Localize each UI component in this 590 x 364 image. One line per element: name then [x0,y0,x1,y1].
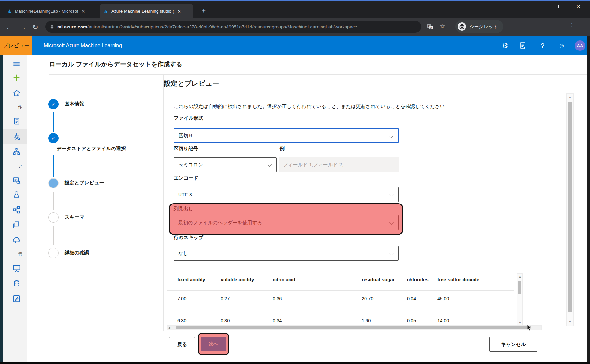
help-icon[interactable]: ? [541,36,544,55]
step-settings-label[interactable]: 設定とプレビュー [65,180,104,186]
check-icon: ✓ [51,101,56,108]
designer-icon[interactable] [11,147,22,156]
window-close-button[interactable]: ✕ [575,4,581,10]
nav-edge-strip [0,55,3,362]
sidebar: 作 ア 管 [3,55,27,362]
scroll-down-icon[interactable]: ▼ [568,320,572,323]
back-button[interactable]: 戻る [169,337,195,351]
back-icon[interactable]: ← [6,23,13,31]
file-format-dropdown[interactable]: 区切り [174,128,399,143]
section-heading: 設定とプレビュー [164,79,219,88]
step-confirm-indicator[interactable] [48,248,59,258]
app-header: プレビュー Microsoft Azure Machine Learning ⚙… [0,36,590,55]
tab-title: MaschineLearningLab - Microsof [15,9,78,14]
app-title: Microsoft Azure Machine Learning [44,36,122,55]
window-right-edge [587,36,590,364]
incognito-icon [457,22,466,31]
automated-ml-icon[interactable] [11,132,22,141]
preview-badge: プレビュー [0,36,32,55]
notifications-icon[interactable] [519,42,527,50]
table-cell: 0.34 [273,318,282,323]
step-basic-info-label[interactable]: 基本情報 [65,101,84,107]
scroll-left-icon[interactable]: ◀ [168,326,170,330]
scroll-up-icon[interactable]: ▲ [568,96,572,99]
step-confirm-label[interactable]: 詳細の確認 [65,250,89,256]
tab-close-icon[interactable]: ✕ [177,9,181,14]
models-icon[interactable] [11,220,22,230]
address-bar[interactable]: ml.azure.com/automl/startrun?wsid=/subsc… [45,21,421,33]
settings-gear-icon[interactable]: ⚙ [502,36,508,55]
table-cell: 0.36 [273,296,282,301]
scrollbar-thumb[interactable] [176,326,531,329]
browser-tab-active[interactable]: Azure Machine Learning studio ( ✕ [100,4,193,18]
step-datastore-indicator[interactable]: ✓ [48,133,59,143]
new-tab-button[interactable]: ＋ [201,7,207,14]
step-connector [53,112,54,132]
delimiter-label: 区切り記号 [174,146,198,152]
sidebar-section-manage: 管 [18,251,22,257]
column-headers-label: 列見出し [174,206,193,212]
table-header-divider [167,290,514,291]
step-settings-indicator[interactable] [48,178,59,188]
sidebar-divider [4,107,17,107]
experiments-icon[interactable] [11,190,22,200]
step-schema-indicator[interactable] [48,212,59,223]
data-labeling-icon[interactable] [11,294,22,303]
footer-divider [163,331,574,331]
wizard-divider [163,75,164,331]
column-header: citric acid [273,277,295,282]
column-headers-dropdown[interactable]: 最初のファイルのヘッダーを使用する [174,215,399,230]
window-minimize-button[interactable] [533,4,539,10]
table-cell: 0.27 [221,296,230,301]
scroll-down-icon[interactable]: ▼ [519,321,522,324]
table-cell: 6.30 [177,318,186,323]
tab-title: Azure Machine Learning studio ( [111,9,174,14]
scrollbar-thumb[interactable] [568,102,572,312]
browser-menu-icon[interactable]: ⋮ [569,22,575,29]
delimiter-dropdown[interactable]: セミコロン [174,157,277,172]
datasets-icon[interactable] [11,175,22,185]
browser-tab-inactive[interactable]: MaschineLearningLab - Microsof ✕ [3,4,98,18]
cancel-button[interactable]: キャンセル [489,337,537,352]
table-cell: 20.70 [362,296,373,301]
sidebar-section-author: 作 [18,104,22,110]
pipelines-icon[interactable] [11,205,22,215]
sidebar-divider [4,166,17,166]
hamburger-menu-icon[interactable] [11,59,22,69]
scrollbar-thumb[interactable] [518,281,521,294]
settings-description: これらの設定は自動的に検出されました。選択が正しく行われていること、または更新さ… [174,104,445,110]
window-maximize-button[interactable] [554,4,560,10]
notebooks-icon[interactable] [11,116,22,126]
table-cell: 7.00 [177,296,186,301]
table-vertical-scrollbar[interactable]: ▲ ▼ [517,273,523,326]
step-datastore-label[interactable]: データストアとファイルの選択 [57,146,126,152]
skip-rows-label: 行のスキップ [174,235,203,241]
tab-close-icon[interactable]: ✕ [82,9,85,14]
step-schema-label[interactable]: スキーマ [65,214,84,220]
translate-icon[interactable]: G 文 [426,23,433,30]
step-basic-info-indicator[interactable]: ✓ [48,99,59,109]
compute-icon[interactable] [11,263,22,273]
scroll-up-icon[interactable]: ▲ [519,275,522,278]
step-connector [53,192,54,210]
page-vertical-scrollbar[interactable]: ▲ ▼ [566,93,574,326]
avatar[interactable]: AA [575,40,585,51]
endpoints-icon[interactable] [11,235,22,245]
datastores-icon[interactable] [11,279,22,288]
table-horizontal-scrollbar[interactable]: ◀ [167,325,542,330]
feedback-smiley-icon[interactable]: ☺ [558,36,565,55]
reload-icon[interactable]: ↻ [32,23,38,31]
new-item-plus-icon[interactable] [11,73,22,83]
incognito-badge: シークレット [455,20,503,33]
lock-icon [50,24,54,29]
column-header: chlorides [407,277,429,282]
bookmark-star-icon[interactable]: ☆ [439,22,445,30]
forward-icon[interactable]: → [19,23,26,31]
home-icon[interactable] [11,88,22,98]
table-cell: 0.04 [407,296,416,301]
table-cell: 0.30 [221,318,230,323]
next-button[interactable]: 次へ [201,337,226,351]
chevron-down-icon [268,162,272,167]
encoding-dropdown[interactable]: UTF-8 [174,187,399,202]
skip-rows-dropdown[interactable]: なし [174,246,399,261]
